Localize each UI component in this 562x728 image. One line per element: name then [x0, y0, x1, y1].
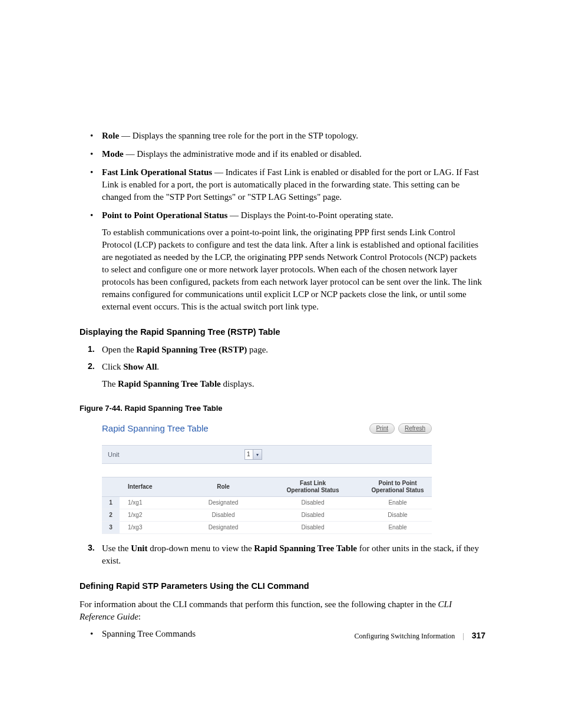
unit-select[interactable]: 1 ▾: [244, 449, 262, 460]
cell-index: 2: [102, 509, 120, 522]
unit-select-value: 1: [245, 450, 253, 459]
step-bold: Show All: [123, 362, 157, 371]
term: Fast Link Operational Status: [102, 167, 212, 177]
col-fastlink: Fast LinkOperational Status: [262, 477, 363, 497]
steps-list-cont: Use the Unit drop-down menu to view the …: [80, 542, 485, 567]
cell-ptp: Disable: [363, 509, 432, 522]
footer-chapter: Configuring Switching Information: [355, 632, 455, 640]
text: For information about the CLI commands t…: [80, 599, 438, 609]
list-item: Mode — Displays the administrative mode …: [80, 148, 485, 160]
term: Mode: [102, 149, 124, 159]
refresh-button[interactable]: Refresh: [398, 423, 432, 434]
step-item: Click Show All. The Rapid Spanning Tree …: [80, 361, 485, 390]
unit-row: Unit 1 ▾: [102, 445, 432, 464]
figure-caption: Figure 7-44. Rapid Spanning Tree Table: [80, 403, 485, 414]
cell-index: 1: [102, 497, 120, 509]
text: Operational Status: [372, 487, 424, 493]
step-text: drop-down menu to view the: [148, 543, 254, 553]
step-followup: The Rapid Spanning Tree Table displays.: [102, 378, 485, 390]
text: displays.: [221, 379, 254, 388]
definition-extra: To establish communications over a point…: [102, 226, 485, 313]
definition-text: — Displays the spanning tree role for th…: [119, 131, 358, 140]
cell-interface: 1/xg3: [120, 522, 184, 534]
definition-text: — Displays the Point-to-Point operating …: [227, 210, 393, 220]
figure-buttons: Print Refresh: [369, 423, 432, 434]
step-text: page.: [247, 345, 268, 354]
step-bold: Rapid Spanning Tree (RSTP): [136, 345, 247, 354]
step-bold: Unit: [131, 543, 147, 553]
table-header-row: Interface Role Fast LinkOperational Stat…: [102, 477, 432, 497]
col-index: [102, 477, 120, 497]
cell-fastlink: Disabled: [262, 509, 363, 522]
text: :: [138, 612, 141, 621]
unit-label: Unit: [108, 450, 244, 459]
page-footer: Configuring Switching Information | 317: [355, 630, 485, 642]
figure-title: Rapid Spanning Tree Table: [102, 422, 209, 434]
text: Fast Link: [300, 480, 326, 486]
steps-list: Open the Rapid Spanning Tree (RSTP) page…: [80, 344, 485, 390]
cell-interface: 1/xg2: [120, 509, 184, 522]
step-text: Open the: [102, 345, 136, 354]
chevron-down-icon: ▾: [253, 450, 262, 459]
text-bold: Rapid Spanning Tree Table: [118, 379, 221, 388]
term: Point to Point Operational Status: [102, 210, 227, 220]
list-item: Role — Displays the spanning tree role f…: [80, 130, 485, 142]
print-button[interactable]: Print: [369, 423, 395, 434]
table-row: 2 1/xg2 Disabled Disabled Disable: [102, 509, 432, 522]
section-heading-display-rstp: Displaying the Rapid Spanning Tree (RSTP…: [80, 326, 485, 338]
cell-role: Designated: [184, 497, 262, 509]
definition-list: Role — Displays the spanning tree role f…: [80, 130, 485, 313]
figure-rstp-table: Rapid Spanning Tree Table Print Refresh …: [102, 422, 432, 534]
cell-role: Designated: [184, 522, 262, 534]
section-heading-cli: Defining Rapid STP Parameters Using the …: [80, 580, 485, 592]
term: Role: [102, 131, 119, 140]
step-item: Open the Rapid Spanning Tree (RSTP) page…: [80, 344, 485, 356]
text: Operational Status: [287, 487, 339, 493]
step-item: Use the Unit drop-down menu to view the …: [80, 542, 485, 567]
table-row: 1 1/xg1 Designated Disabled Enable: [102, 497, 432, 509]
text: The: [102, 379, 118, 388]
cell-fastlink: Disabled: [262, 522, 363, 534]
step-text: Use the: [102, 543, 131, 553]
definition-text: — Displays the administrative mode and i…: [124, 149, 362, 159]
cell-ptp: Enable: [363, 497, 432, 509]
cell-interface: 1/xg1: [120, 497, 184, 509]
cell-role: Disabled: [184, 509, 262, 522]
cell-ptp: Enable: [363, 522, 432, 534]
rstp-data-table: Interface Role Fast LinkOperational Stat…: [102, 477, 432, 534]
text: Point to Point: [379, 480, 417, 486]
col-interface: Interface: [120, 477, 184, 497]
body-paragraph: For information about the CLI commands t…: [80, 598, 485, 623]
cell-index: 3: [102, 522, 120, 534]
footer-separator: |: [462, 632, 464, 640]
col-ptp: Point to PointOperational Status: [363, 477, 432, 497]
step-bold: Rapid Spanning Tree Table: [254, 543, 357, 553]
col-role: Role: [184, 477, 262, 497]
figure-header: Rapid Spanning Tree Table Print Refresh: [102, 422, 432, 434]
step-text: Click: [102, 362, 123, 371]
step-text: .: [157, 362, 159, 371]
cell-fastlink: Disabled: [262, 497, 363, 509]
list-item: Point to Point Operational Status — Disp…: [80, 209, 485, 313]
table-row: 3 1/xg3 Designated Disabled Enable: [102, 522, 432, 534]
page-number: 317: [472, 631, 485, 640]
list-item: Fast Link Operational Status — Indicates…: [80, 166, 485, 203]
